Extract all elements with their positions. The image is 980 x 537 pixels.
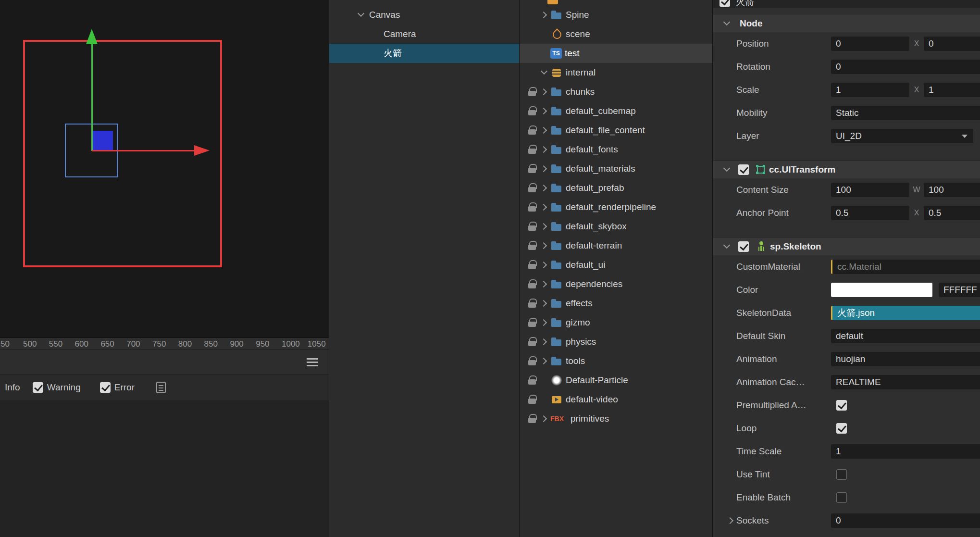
chevron-icon[interactable] (538, 221, 550, 232)
asset-row[interactable]: effects (520, 294, 712, 313)
asset-row[interactable]: default_fonts (520, 140, 712, 159)
filter-warning-label[interactable]: Warning (47, 382, 81, 393)
gizmo-y-axis[interactable] (91, 44, 93, 151)
property-row-animation-cache: Animation Cac… REALTIME (713, 371, 980, 394)
asset-row[interactable]: default_materials (520, 159, 712, 178)
chevron-icon[interactable] (538, 144, 550, 155)
skeleton-enabled-checkbox[interactable] (738, 241, 749, 252)
animation-cache-select[interactable]: REALTIME (831, 375, 980, 389)
chevron-icon[interactable] (538, 182, 550, 194)
asset-row[interactable]: tools (520, 351, 712, 371)
chevron-icon[interactable] (538, 413, 550, 425)
asset-row[interactable]: physics (520, 332, 712, 351)
mobility-select[interactable]: Static (831, 106, 980, 120)
chevron-icon[interactable] (538, 355, 550, 367)
skeleton-data-field[interactable]: 火箭.json (831, 306, 980, 320)
section-title: sp.Skeleton (770, 241, 821, 252)
chevron-down-icon[interactable] (720, 18, 732, 29)
selected-node-sprite[interactable] (92, 131, 113, 151)
skeleton-icon (757, 241, 766, 252)
asset-row[interactable]: chunks (520, 82, 712, 101)
chevron-icon[interactable] (538, 125, 550, 136)
section-header-uitransform[interactable]: cc.UITransform (713, 160, 980, 178)
log-file-icon[interactable] (156, 382, 166, 393)
asset-row[interactable]: FBX primitives (520, 409, 712, 428)
property-label: Enable Batch (736, 492, 831, 503)
chevron-down-icon[interactable] (720, 164, 732, 175)
loop-checkbox[interactable] (836, 423, 847, 434)
chevron-icon[interactable] (538, 201, 550, 213)
chevron-icon[interactable] (538, 163, 550, 175)
gizmo-x-arrowhead-icon[interactable] (194, 145, 210, 156)
asset-row[interactable]: default-video (520, 390, 712, 409)
hierarchy-node-row[interactable]: 火箭 (329, 44, 519, 63)
asset-icon (550, 221, 563, 232)
asset-row[interactable]: default_prefab (520, 178, 712, 198)
position-y-field[interactable]: 0 (924, 37, 980, 51)
asset-row[interactable]: default_skybox (520, 217, 712, 236)
filter-error-checkbox[interactable] (100, 382, 111, 393)
sockets-field[interactable]: 0 (831, 513, 980, 528)
content-size-h-field[interactable]: 100 (924, 183, 980, 197)
chevron-icon[interactable] (538, 298, 550, 309)
filter-warning-checkbox[interactable] (33, 382, 43, 393)
node-label: 火箭 (384, 47, 402, 60)
chevron-icon[interactable] (355, 9, 366, 21)
chevron-icon[interactable] (538, 67, 550, 78)
property-label: CustomMaterial (736, 262, 831, 272)
rotation-field[interactable]: 0 (831, 60, 980, 74)
scale-x-field[interactable]: 1 (831, 83, 909, 97)
color-swatch[interactable] (831, 283, 932, 297)
chevron-icon[interactable] (538, 240, 550, 251)
hierarchy-node-row[interactable]: Camera (329, 25, 519, 44)
scene-viewport[interactable] (0, 0, 329, 337)
asset-row[interactable]: internal (520, 63, 712, 82)
asset-row[interactable]: dependencies (520, 275, 712, 294)
asset-row[interactable]: default_ui (520, 255, 712, 275)
gizmo-y-arrowhead-icon[interactable] (86, 29, 98, 44)
default-skin-select[interactable]: default (831, 329, 980, 343)
chevron-icon[interactable] (538, 278, 550, 290)
chevron-icon[interactable] (538, 86, 550, 98)
filter-info-label[interactable]: Info (5, 382, 20, 393)
scale-y-field[interactable]: 1 (924, 83, 980, 97)
chevron-down-icon[interactable] (720, 241, 732, 252)
asset-row[interactable]: Default-Particle (520, 371, 712, 390)
anchor-y-field[interactable]: 0.5 (924, 206, 980, 220)
lock-icon (526, 221, 538, 232)
hierarchy-node-row[interactable]: Canvas (329, 5, 519, 25)
uitransform-enabled-checkbox[interactable] (738, 164, 749, 175)
chevron-right-icon[interactable] (726, 515, 734, 526)
use-tint-checkbox[interactable] (836, 469, 847, 480)
chevron-icon[interactable] (538, 259, 550, 271)
section-header-node[interactable]: Node (713, 14, 980, 32)
menu-icon[interactable] (307, 358, 318, 366)
color-hex-field[interactable]: FFFFFF (939, 283, 980, 297)
assets-root-icon (547, 0, 558, 4)
asset-row[interactable]: Spine (520, 5, 712, 25)
asset-row[interactable]: scene (520, 25, 712, 44)
layer-select[interactable]: UI_2D (831, 129, 973, 143)
premultiplied-alpha-checkbox[interactable] (836, 400, 847, 411)
asset-row[interactable]: default-terrain (520, 236, 712, 255)
content-size-w-field[interactable]: 100 (831, 183, 909, 197)
asset-row[interactable]: gizmo (520, 313, 712, 332)
chevron-icon[interactable] (538, 105, 550, 117)
node-active-checkbox[interactable] (719, 0, 730, 7)
animation-select[interactable]: huojian (831, 352, 980, 366)
chevron-icon[interactable] (538, 336, 550, 348)
chevron-icon[interactable] (538, 317, 550, 328)
asset-row[interactable]: default_cubemap (520, 101, 712, 121)
chevron-icon[interactable] (538, 9, 550, 21)
asset-row[interactable]: default_file_content (520, 121, 712, 140)
position-x-field[interactable]: 0 (831, 37, 909, 51)
asset-row[interactable]: default_renderpipeline (520, 198, 712, 217)
filter-error-label[interactable]: Error (114, 382, 135, 393)
section-header-skeleton[interactable]: sp.Skeleton (713, 237, 980, 255)
enable-batch-checkbox[interactable] (836, 492, 847, 503)
anchor-x-field[interactable]: 0.5 (831, 206, 909, 220)
asset-row[interactable]: TS test (520, 44, 712, 63)
time-scale-field[interactable]: 1 (831, 444, 980, 459)
gizmo-x-axis[interactable] (92, 150, 195, 151)
custom-material-field[interactable]: cc.Material (831, 260, 980, 274)
